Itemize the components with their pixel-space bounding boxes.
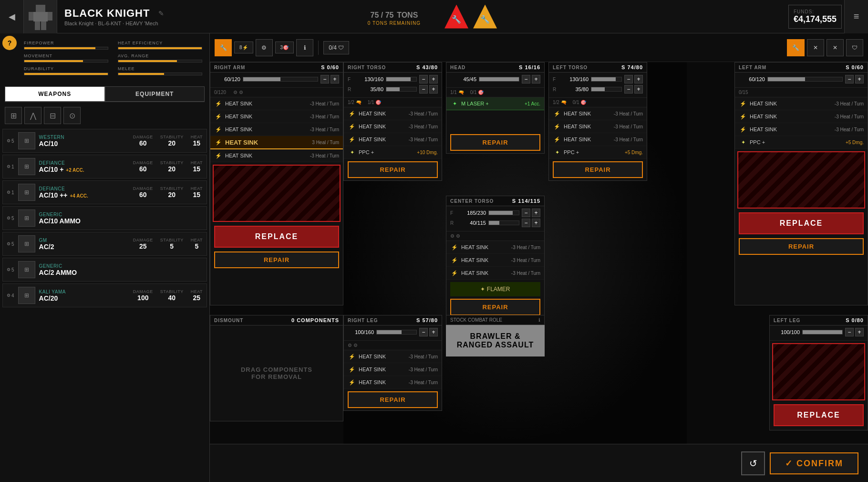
- weapon-count: ⚙ 1: [7, 164, 14, 169]
- lt-heatsink-3[interactable]: ⚡ HEAT SINK -3 Heat / Turn: [549, 133, 647, 146]
- right-torso-header: RIGHT TORSO S 43/80: [344, 63, 442, 73]
- heatsink-icon: ⚡: [214, 125, 223, 134]
- right-torso-repair-btn[interactable]: REPAIR: [348, 161, 438, 178]
- rt-heatsink-2[interactable]: ⚡ HEAT SINK -3 Heat / Turn: [344, 120, 442, 133]
- ct-r-minus[interactable]: −: [522, 219, 530, 227]
- left-leg-panel: LEFT LEG S 0/80 100/100 − + REPLACE: [769, 315, 868, 430]
- filter-support[interactable]: ⊙: [63, 107, 81, 124]
- ct-heatsink-1[interactable]: ⚡ HEAT SINK -3 Heat / Turn: [446, 241, 544, 254]
- heatsink-icon: ⚡: [348, 109, 356, 118]
- rl-hp-minus[interactable]: −: [419, 328, 428, 336]
- right-arm-hp-minus[interactable]: −: [320, 75, 329, 84]
- ct-f-minus[interactable]: −: [522, 209, 530, 217]
- list-item[interactable]: ⚙ 5 ⊞ GENERIC AC/2 AMMO: [2, 258, 207, 282]
- ct-f-plus[interactable]: +: [532, 209, 540, 217]
- undo-button[interactable]: ↺: [741, 451, 765, 475]
- right-arm-heatsink-1[interactable]: ⚡ HEAT SINK -3 Heat / Turn: [210, 97, 343, 110]
- ct-heatsink-3[interactable]: ⚡ HEAT SINK -3 Heat / Turn: [446, 267, 544, 280]
- left-arm-replace-btn[interactable]: REPLACE: [739, 212, 864, 234]
- rt-f-plus[interactable]: +: [429, 75, 438, 84]
- right-arm-heatsink-selected[interactable]: ⚡ HEAT SINK 3 Heal / Tum: [210, 136, 343, 149]
- toolbar-weapons-btn[interactable]: 🔧: [215, 39, 232, 56]
- list-item[interactable]: ⚙ 5 ⊞ GM AC/2 DAMAGE25 STABILITY5 HEAT5: [2, 232, 207, 256]
- toolbar-loadout-btn[interactable]: 0/4 🛡: [323, 41, 349, 54]
- lt-r-plus[interactable]: +: [634, 85, 643, 94]
- heatsink-icon: ⚡: [450, 269, 459, 277]
- heatsink-icon: ⚡: [553, 135, 561, 144]
- toolbar-strip-btn[interactable]: ✕: [807, 39, 824, 56]
- right-arm-heatsink-4[interactable]: ⚡ HEAT SINK -3 Heat / Turn: [210, 149, 343, 162]
- lt-f-plus[interactable]: +: [634, 75, 643, 84]
- right-arm-repair-btn[interactable]: REPAIR: [214, 251, 339, 268]
- list-item[interactable]: ⚙ 4 ⊞ KALI YAMA AC/20 DAMAGE100 STABILIT…: [2, 283, 207, 307]
- center-torso-repair-btn[interactable]: REPAIR: [450, 299, 540, 315]
- toolbar-btn-4[interactable]: 3🎯: [275, 42, 294, 53]
- list-item[interactable]: ⚙ 1 ⊞ DEFIANCE AC/10 +++4 ACC. DAMAGE60 …: [2, 180, 207, 204]
- lt-heatsink-2[interactable]: ⚡ HEAT SINK -3 Heat / Turn: [549, 120, 647, 133]
- heat-efficiency-label: HEAT EFFICIENCY: [118, 41, 202, 45]
- confirm-button[interactable]: ✓ CONFIRM: [770, 452, 858, 474]
- rl-heatsink-3[interactable]: ⚡ HEAT SINK -3 Heat / Turn: [344, 376, 442, 389]
- rt-ppc-plus[interactable]: ✦ PPC + +10 Dmg.: [344, 146, 442, 159]
- right-arm-replace-btn[interactable]: REPLACE: [214, 226, 339, 248]
- rt-r-minus[interactable]: −: [419, 85, 428, 94]
- toolbar-mechlab-btn[interactable]: 🔧: [787, 39, 805, 56]
- la-ppc-plus[interactable]: ✦ PPC + +5 Dmg.: [735, 136, 868, 149]
- filter-energy[interactable]: ⊟: [44, 107, 61, 124]
- list-item[interactable]: ⚙ 1 ⊞ DEFIANCE AC/10 ++2 ACC. DAMAGE60 S…: [2, 155, 207, 178]
- la-heatsink-1[interactable]: ⚡ HEAT SINK -3 Heat / Turn: [735, 97, 868, 110]
- tab-equipment[interactable]: EQUIPMENT: [105, 86, 205, 102]
- toolbar-info-btn[interactable]: ℹ: [296, 39, 313, 56]
- ll-hp-plus[interactable]: +: [855, 328, 864, 336]
- menu-button[interactable]: ≡: [844, 0, 868, 33]
- toolbar-lock-btn[interactable]: 🛡: [846, 39, 863, 56]
- list-item[interactable]: ⚙ 5 ⊞ WESTERN AC/10 DAMAGE60 STABILITY20…: [2, 129, 207, 153]
- edit-mech-icon[interactable]: ✎: [158, 10, 164, 17]
- rt-r-plus[interactable]: +: [429, 85, 438, 94]
- right-leg-repair-btn[interactable]: REPAIR: [348, 391, 438, 408]
- ct-flamer[interactable]: ✦ FLAMER: [450, 282, 540, 296]
- head-mlaser-plus[interactable]: ✦ M LASER + +1 Acc.: [446, 97, 544, 110]
- rt-heatsink-1[interactable]: ⚡ HEAT SINK -3 Heat / Turn: [344, 107, 442, 120]
- left-arm-repair-btn[interactable]: REPAIR: [739, 238, 864, 255]
- left-leg-replace-btn[interactable]: REPLACE: [774, 404, 864, 426]
- filter-missile[interactable]: ⋀: [24, 107, 41, 124]
- svg-rect-3: [48, 12, 52, 21]
- rl-heatsink-2[interactable]: ⚡ HEAT SINK -3 Heat / Turn: [344, 363, 442, 376]
- combat-role-value: BRAWLER &RANGED ASSAULT: [446, 325, 545, 356]
- weapon-stats: DAMAGE100 STABILITY40 HEAT25: [133, 289, 203, 302]
- la-hp-minus[interactable]: −: [845, 75, 854, 84]
- la-hp-plus[interactable]: +: [855, 75, 864, 84]
- warning-yellow-icon: 🔧: [473, 5, 497, 29]
- toolbar-btn-2[interactable]: 8⚡: [234, 42, 253, 53]
- head-hp-plus[interactable]: +: [532, 75, 540, 84]
- left-torso-repair-btn[interactable]: REPAIR: [553, 161, 643, 178]
- right-arm-heatsink-3[interactable]: ⚡ HEAT SINK -3 Heat / Turn: [210, 123, 343, 136]
- right-arm-heatsink-2[interactable]: ⚡ HEAT SINK -3 Heat / Turn: [210, 110, 343, 123]
- rt-heatsink-3[interactable]: ⚡ HEAT SINK -3 Heat / Turn: [344, 133, 442, 146]
- ct-heatsink-2[interactable]: ⚡ HEAT SINK -3 Heat / Turn: [446, 254, 544, 267]
- ll-hp-minus[interactable]: −: [845, 328, 854, 336]
- lt-heatsink-1[interactable]: ⚡ HEAT SINK -3 Heat / Turn: [549, 107, 647, 120]
- weapon-count: ⚙ 5: [7, 216, 14, 221]
- head-hp-minus[interactable]: −: [522, 75, 530, 84]
- toolbar-btn-3[interactable]: ⚙: [256, 39, 273, 56]
- ct-r-plus[interactable]: +: [532, 219, 540, 227]
- lt-r-minus[interactable]: −: [624, 85, 633, 94]
- rl-heatsink-1[interactable]: ⚡ HEAT SINK -3 Heat / Turn: [344, 350, 442, 363]
- toolbar-shield-btn[interactable]: ✕: [827, 39, 844, 56]
- tab-weapons[interactable]: WEAPONS: [5, 86, 105, 102]
- back-button[interactable]: ◀: [0, 0, 24, 33]
- help-button[interactable]: ?: [2, 36, 17, 50]
- list-item[interactable]: ⚙ 5 ⊞ GENERIC AC/10 AMMO: [2, 206, 207, 230]
- la-heatsink-2[interactable]: ⚡ HEAT SINK -3 Heat / Turn: [735, 110, 868, 123]
- rt-f-minus[interactable]: −: [419, 75, 428, 84]
- head-repair-btn[interactable]: REPAIR: [450, 134, 540, 151]
- lt-f-minus[interactable]: −: [624, 75, 633, 84]
- heatsink-icon: ⚡: [214, 151, 223, 160]
- lt-ppc-plus[interactable]: ✦ PPC + +5 Dmg.: [549, 146, 647, 159]
- right-arm-hp-plus[interactable]: +: [331, 75, 339, 84]
- filter-ballistic[interactable]: ⊞: [5, 107, 22, 124]
- la-heatsink-3[interactable]: ⚡ HEAT SINK -3 Heat / Turn: [735, 123, 868, 136]
- rl-hp-plus[interactable]: +: [429, 328, 438, 336]
